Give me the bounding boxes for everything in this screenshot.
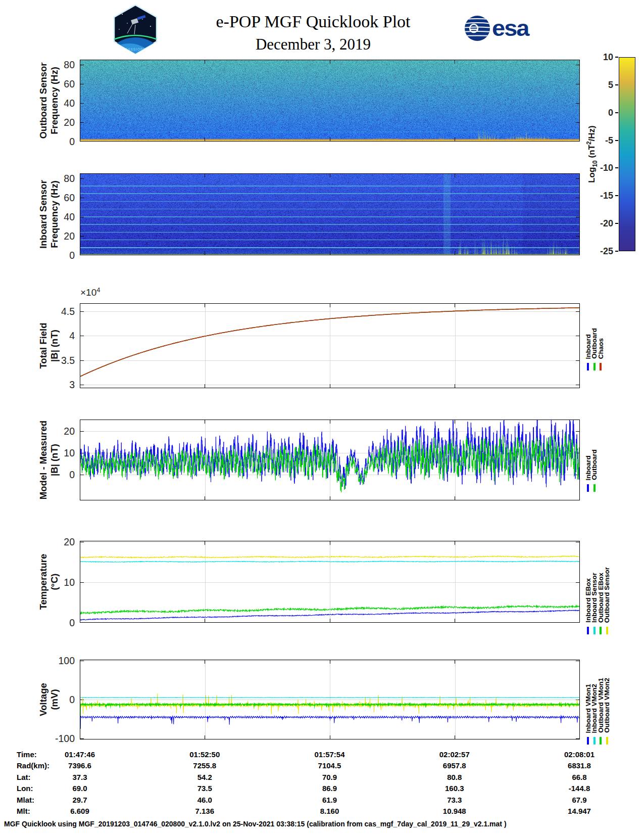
legend-label: Outboard (590, 449, 598, 480)
ytick-label-panel3: 0 (38, 469, 75, 480)
ytick-label-panel4: 0 (38, 617, 75, 628)
ephem-value: 7.136 (157, 807, 253, 815)
ephem-value: 01:52:50 (157, 750, 253, 759)
colorbar-tick-label: 10 (585, 52, 613, 62)
outboard-spectrogram-canvas (80, 60, 580, 142)
legend-swatch-inboard-vmon1 (587, 737, 589, 745)
ephem-value: 80.8 (407, 773, 503, 781)
ephem-value: 54.2 (157, 773, 253, 781)
ephem-value: 37.3 (32, 773, 128, 781)
legend-swatch-outboard-vmon2 (606, 737, 608, 745)
colorbar-tick-mark (615, 112, 618, 113)
ytick-label-panel2: 3 (38, 379, 75, 390)
colorbar-tick-mark (615, 84, 618, 85)
ytick-label-panel4: 10 (38, 577, 75, 588)
legend-swatch-inboard-vmon2 (593, 737, 596, 745)
ephem-value: 6831.8 (531, 761, 627, 770)
colorbar-tick-label: -15 (585, 191, 613, 201)
model-minus-measured-canvas (80, 420, 580, 500)
legend-swatch-outboard-ebox (600, 627, 602, 634)
ephem-value: 160.3 (407, 784, 503, 793)
ytick-label-panel1: 80 (38, 173, 75, 184)
colorbar-tick-mark (615, 57, 618, 58)
ytick-label-panel1: 60 (38, 192, 75, 203)
ephem-value: -144.8 (531, 784, 627, 793)
ytick-label-panel2: 4.5 (38, 306, 75, 317)
legend-swatch-inboard-ebox (587, 627, 589, 634)
colorbar-tick-label: -10 (585, 163, 613, 173)
colorbar-tick-mark (615, 140, 618, 141)
legend-swatch-inboard-sensor (593, 627, 596, 634)
ephem-row-label: Lon: (17, 784, 33, 793)
ytick-label-panel3: 20 (38, 426, 75, 437)
ephem-row-label: Mlt: (17, 807, 30, 815)
ephem-value: 67.9 (531, 796, 627, 804)
ytick-label-panel5: -100 (38, 733, 75, 744)
legend-item-outboard: Outboard (591, 420, 598, 480)
legend-label: Outboard VMon2 (603, 678, 611, 733)
ephem-value: 7396.6 (32, 761, 128, 770)
colorbar-tick-mark (615, 195, 618, 196)
ytick-label-panel5: 100 (38, 655, 75, 666)
ytick-label-panel3: 10 (38, 447, 75, 458)
ephem-value: 70.9 (282, 773, 378, 781)
ytick-label-panel4: 20 (38, 536, 75, 547)
ytick-label-panel0: 80 (38, 59, 75, 70)
legend-swatch-inboard (587, 363, 589, 370)
legend-item-chaos: Chaos (597, 303, 604, 359)
ephem-value: 46.0 (157, 796, 253, 804)
ytick-label-panel1: 20 (38, 230, 75, 242)
ytick-label-panel5: 0 (38, 694, 75, 705)
ephem-value: 66.8 (531, 773, 627, 781)
ephem-value: 8.160 (282, 807, 378, 815)
ytick-label-panel1: 40 (38, 211, 75, 222)
ytick-label-panel1: 0 (38, 250, 75, 261)
colorbar-tick-label: -20 (585, 218, 613, 228)
ephem-value: 01:57:54 (282, 750, 378, 759)
ephem-value: 61.9 (282, 796, 378, 804)
temperature-canvas (80, 541, 580, 623)
ephem-value: 29.7 (32, 796, 128, 804)
legend-swatch-inboard (587, 484, 589, 492)
voltage-canvas (80, 660, 580, 739)
legend-swatch-outboard-vmon1 (600, 737, 602, 745)
ytick-label-panel0: 20 (38, 117, 75, 128)
ytick-label-panel2: 3.5 (38, 355, 75, 366)
ytick-label-panel0: 40 (38, 98, 75, 109)
legend-label: Chaos (597, 338, 605, 359)
y-exponent-label: ×104 (80, 286, 100, 298)
colorbar-tick-mark (615, 251, 618, 252)
ephem-value: 6957.8 (407, 761, 503, 770)
footer-caption: MGF Quicklook using MGF_20191203_014746_… (4, 820, 641, 828)
ephem-value: 02:08:01 (531, 750, 627, 759)
colorbar-label: Log10 (nT2/Hz) (585, 125, 598, 183)
colorbar-tick-label: 5 (585, 80, 613, 90)
mgf-quicklook-figure: CASSIOPE e-POP MGF Quicklook Plot Decemb… (0, 0, 644, 834)
ytick-label-panel0: 60 (38, 78, 75, 89)
colorbar-tick-mark (615, 223, 618, 224)
esa-wordmark: esa (492, 15, 528, 41)
ephem-value: 02:02:57 (407, 750, 503, 759)
date-subtitle: December 3, 2019 (131, 35, 495, 54)
ephem-value: 7104.5 (282, 761, 378, 770)
inboard-spectrogram-canvas (80, 173, 580, 255)
ephem-value: 69.0 (32, 784, 128, 793)
legend-label: Outboard Sensor (603, 567, 611, 623)
page-title: e-POP MGF Quicklook Plot (131, 12, 495, 31)
legend-swatch-chaos (600, 363, 602, 370)
colorbar-tick-mark (615, 167, 618, 168)
colorbar-tick-label: -25 (585, 246, 613, 256)
esa-logo: esa (464, 14, 528, 42)
ytick-label-panel2: 4 (38, 330, 75, 341)
ephem-value: 6.609 (32, 807, 128, 815)
ephem-value: 73.3 (407, 796, 503, 804)
legend-item-outboard-vmon2: Outboard VMon2 (604, 660, 611, 733)
legend-item-outboard-sensor: Outboard Sensor (604, 541, 611, 623)
legend-swatch-outboard (593, 484, 596, 492)
colorbar (619, 57, 635, 251)
ephem-value: 01:47:46 (32, 750, 128, 759)
colorbar-tick-label: -5 (585, 135, 613, 146)
esa-globe-icon (464, 15, 491, 42)
ephem-value: 14.947 (531, 807, 627, 815)
legend-swatch-outboard (593, 363, 596, 370)
